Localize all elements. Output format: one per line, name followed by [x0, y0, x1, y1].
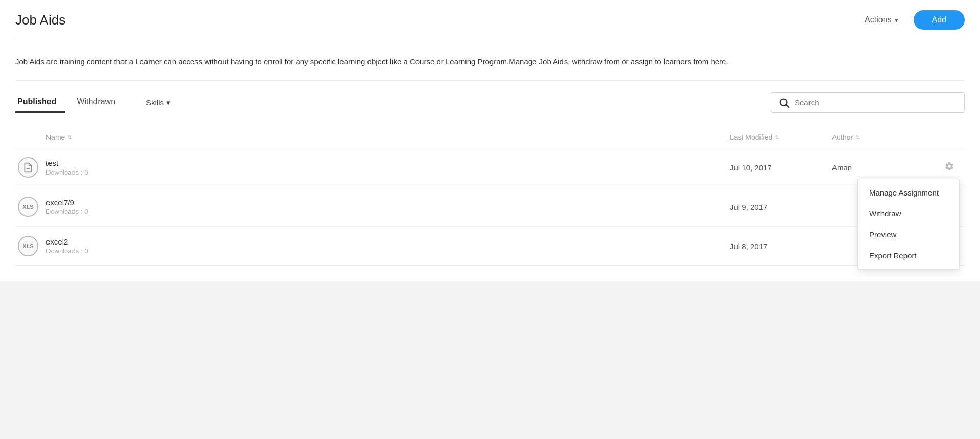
row-icon-1	[15, 157, 41, 178]
tabs-left: Published Withdrawn Skills ▾	[15, 92, 178, 113]
sort-icon-last-modified: ⇅	[775, 134, 779, 141]
page-title: Job Aids	[15, 12, 65, 28]
table-row: XLS excel7/9 Downloads : 0 Jul 9, 2017	[15, 187, 965, 227]
main-content: Job Aids Actions ▾ Add Job Aids are trai…	[0, 0, 980, 281]
add-button[interactable]: Add	[914, 10, 965, 30]
col-header-name: Name ⇅	[46, 133, 730, 141]
table-header: Name ⇅ Last Modified ⇅ Author ⇅	[15, 127, 965, 148]
sort-icon-name: ⇅	[67, 134, 72, 141]
menu-item-manage-assignment[interactable]: Manage Assignment	[858, 182, 959, 203]
row-name-1: test	[46, 159, 730, 167]
context-menu: Manage Assignment Withdraw Preview Expor…	[857, 179, 960, 270]
svg-line-1	[786, 105, 789, 107]
row-last-modified-1: Jul 10, 2017	[730, 163, 832, 172]
row-info-3: excel2 Downloads : 0	[41, 237, 730, 255]
actions-button[interactable]: Actions ▾	[859, 11, 904, 29]
header-row: Job Aids Actions ▾ Add	[15, 0, 965, 39]
tabs-search-row: Published Withdrawn Skills ▾	[15, 81, 965, 122]
col-header-author: Author ⇅	[832, 133, 934, 141]
tab-published[interactable]: Published	[15, 92, 65, 113]
description-section: Job Aids are training content that a Lea…	[15, 39, 965, 81]
table-row: XLS excel2 Downloads : 0 Jul 8, 2017	[15, 227, 965, 266]
menu-item-withdraw[interactable]: Withdraw	[858, 203, 959, 224]
table-row: test Downloads : 0 Jul 10, 2017 Aman Man…	[15, 148, 965, 187]
header-right: Actions ▾ Add	[859, 10, 965, 30]
gear-button-1[interactable]	[941, 158, 958, 177]
row-downloads-1: Downloads : 0	[46, 168, 730, 176]
row-last-modified-2: Jul 9, 2017	[730, 203, 832, 211]
search-box	[771, 92, 965, 113]
col-header-last-modified: Last Modified ⇅	[730, 133, 832, 141]
search-icon	[778, 97, 790, 108]
row-info-2: excel7/9 Downloads : 0	[41, 198, 730, 215]
row-name-3: excel2	[46, 237, 730, 246]
xls-icon: XLS	[18, 236, 38, 256]
actions-label: Actions	[865, 15, 891, 25]
row-downloads-3: Downloads : 0	[46, 247, 730, 255]
search-input[interactable]	[795, 98, 957, 107]
skills-label: Skills	[146, 98, 164, 107]
page-description: Job Aids are training content that a Lea…	[15, 56, 965, 68]
sort-icon-author: ⇅	[855, 134, 860, 141]
row-gear-1: Manage Assignment Withdraw Preview Expor…	[934, 158, 965, 177]
row-info-1: test Downloads : 0	[41, 159, 730, 176]
menu-item-preview[interactable]: Preview	[858, 224, 959, 245]
pdf-icon	[18, 157, 38, 178]
row-icon-2: XLS	[15, 197, 41, 217]
menu-item-export-report[interactable]: Export Report	[858, 245, 959, 266]
skills-dropdown-button[interactable]: Skills ▾	[139, 94, 178, 111]
tab-withdrawn[interactable]: Withdrawn	[75, 92, 125, 113]
chevron-down-icon: ▾	[895, 16, 898, 24]
chevron-down-icon: ▾	[166, 98, 170, 107]
row-downloads-2: Downloads : 0	[46, 208, 730, 215]
page-container: Job Aids Actions ▾ Add Job Aids are trai…	[0, 0, 980, 439]
row-name-2: excel7/9	[46, 198, 730, 207]
row-last-modified-3: Jul 8, 2017	[730, 242, 832, 251]
row-author-1: Aman	[832, 163, 934, 172]
table-section: Name ⇅ Last Modified ⇅ Author ⇅	[15, 127, 965, 266]
row-icon-3: XLS	[15, 236, 41, 256]
xls-icon: XLS	[18, 197, 38, 217]
